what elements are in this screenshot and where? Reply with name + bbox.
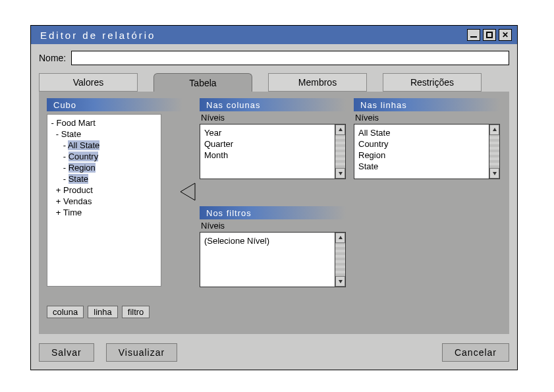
svg-marker-2 [339,172,343,175]
cube-tree[interactable]: - Food Mart - State - All State - Countr… [47,114,161,287]
chevron-up-icon [492,127,497,132]
svg-marker-6 [339,280,343,283]
tab-restricoes[interactable]: Restrições [383,73,482,92]
scroll-up-button[interactable] [489,125,499,135]
tabs-row: Valores Tabela Membros Restrições [31,70,517,92]
list-item[interactable]: All State [358,127,485,138]
tree-node-product[interactable]: + Product [49,184,159,196]
cancelar-button[interactable]: Cancelar [442,343,509,362]
rows-listbox[interactable]: All State Country Region State [354,124,489,179]
rows-scrollbar[interactable] [489,124,500,179]
chevron-up-icon [338,127,343,132]
list-item[interactable]: Country [358,138,485,150]
name-label: Nome: [39,53,66,63]
filters-scrollbar[interactable] [335,232,346,287]
cube-panel: Cubo - Food Mart - State - All State - C… [47,98,182,287]
chevron-down-icon [492,171,497,176]
minimize-button[interactable] [467,29,480,41]
scroll-down-button[interactable] [489,168,499,179]
tree-leaf[interactable]: - Region [49,162,159,173]
close-button[interactable]: ✕ [499,29,512,41]
svg-marker-5 [339,236,343,239]
minimize-icon [470,36,477,38]
scroll-down-button[interactable] [335,276,345,287]
chevron-down-icon [338,171,343,176]
tree-leaf[interactable]: - State [49,173,159,184]
footer-buttons: Salvar Visualizar Cancelar [39,343,509,362]
columns-panel: Nas colunas Níveis Year Quarter Month [200,98,346,179]
editor-window: Editor de relatório ✕ Nome: Valores Tabe… [30,25,518,370]
linha-button[interactable]: linha [88,306,117,318]
list-item[interactable]: Region [358,150,485,161]
maximize-icon [486,32,493,38]
filters-panel: Nos filtros Níveis (Selecione Nível) [200,206,346,287]
columns-header: Nas colunas [200,98,346,111]
chevron-down-icon [338,279,343,284]
rows-panel: Nas linhas Níveis All State Country Regi… [354,98,500,179]
rows-header: Nas linhas [354,98,500,111]
name-input[interactable] [71,51,509,65]
tab-membros[interactable]: Membros [268,73,367,92]
name-row: Nome: [31,44,517,70]
list-item[interactable]: Year [204,127,331,138]
columns-listbox[interactable]: Year Quarter Month [200,124,335,179]
maximize-button[interactable] [483,29,496,41]
tree-root[interactable]: - Food Mart [49,117,159,128]
placement-buttons: coluna linha filtro [47,306,150,318]
close-icon: ✕ [502,30,509,40]
visualizar-button[interactable]: Visualizar [106,343,177,362]
filters-listbox[interactable]: (Selecione Nível) [200,232,335,287]
arrow-left-icon [180,182,196,201]
filters-header: Nos filtros [200,206,346,219]
filters-levels-label: Níveis [200,221,346,231]
list-item[interactable]: State [358,161,485,172]
tree-node-state[interactable]: - State [49,128,159,140]
tab-tabela[interactable]: Tabela [153,73,252,92]
scroll-down-button[interactable] [335,168,345,179]
svg-marker-0 [180,183,195,200]
scroll-track[interactable] [335,135,345,168]
scroll-track[interactable] [335,243,345,276]
chevron-up-icon [338,235,343,240]
list-item[interactable]: Month [204,150,331,161]
salvar-button[interactable]: Salvar [39,343,94,362]
tree-node-vendas[interactable]: + Vendas [49,196,159,207]
columns-scrollbar[interactable] [335,124,346,179]
move-left-button[interactable] [180,182,196,201]
list-item-placeholder[interactable]: (Selecione Nível) [204,235,331,246]
tab-valores[interactable]: Valores [39,73,138,92]
filtro-button[interactable]: filtro [122,306,150,318]
tree-node-time[interactable]: + Time [49,207,159,218]
content-area: Cubo - Food Mart - State - All State - C… [39,92,509,334]
list-item[interactable]: Quarter [204,138,331,150]
scroll-track[interactable] [489,135,499,168]
coluna-button[interactable]: coluna [47,306,84,318]
titlebar: Editor de relatório ✕ [31,26,517,44]
window-controls: ✕ [467,29,512,41]
svg-marker-1 [339,128,343,131]
svg-marker-4 [493,172,497,175]
tree-leaf[interactable]: - All State [49,140,159,151]
columns-levels-label: Níveis [200,113,346,123]
scroll-up-button[interactable] [335,233,345,243]
rows-levels-label: Níveis [354,113,500,123]
cube-header: Cubo [47,98,182,111]
scroll-up-button[interactable] [335,125,345,135]
window-title: Editor de relatório [40,30,155,41]
svg-marker-3 [493,128,497,131]
tree-leaf[interactable]: - Country [49,151,159,162]
